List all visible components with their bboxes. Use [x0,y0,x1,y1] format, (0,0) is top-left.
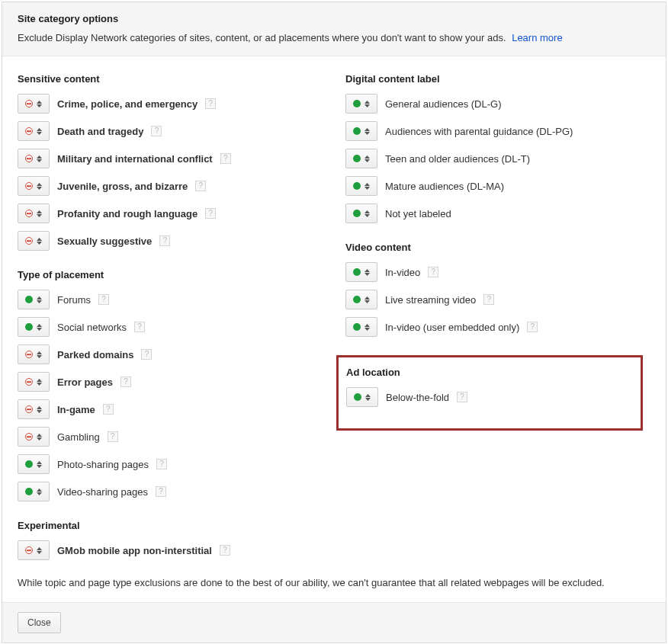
svg-marker-45 [365,328,370,331]
help-icon[interactable]: ? [457,392,467,402]
panel-header: Site category options Exclude Display Ne… [2,2,666,56]
status-toggle[interactable] [18,290,50,309]
help-icon[interactable]: ? [156,486,166,497]
svg-marker-43 [365,300,370,303]
sort-icon [37,238,42,245]
status-toggle[interactable] [345,149,377,168]
status-toggle[interactable] [18,427,50,447]
category-label: Error pages [57,376,113,388]
status-toggle[interactable] [345,290,377,309]
included-icon [353,100,361,107]
help-icon[interactable]: ? [205,98,216,109]
status-toggle[interactable] [346,387,378,407]
status-toggle[interactable] [18,176,50,196]
status-toggle[interactable] [18,149,50,168]
included-icon [353,296,361,303]
category-row: General audiences (DL-G) [345,94,650,114]
svg-marker-18 [37,379,42,382]
status-toggle[interactable] [345,317,377,337]
help-icon[interactable]: ? [156,459,167,469]
site-category-panel: Site category options Exclude Display Ne… [2,2,666,643]
svg-marker-47 [365,398,371,401]
included-icon [25,296,33,303]
category-row: Error pages? [18,372,323,392]
help-icon[interactable]: ? [205,208,216,219]
svg-marker-31 [365,104,370,107]
category-label: In-game [57,404,95,415]
svg-marker-2 [37,128,42,131]
category-row: Gambling? [18,427,323,447]
left-column: Sensitive content Crime, police, and eme… [18,69,323,568]
included-icon [353,127,361,135]
video-content-heading: Video content [345,242,650,253]
status-toggle[interactable] [18,231,50,251]
svg-marker-10 [37,238,42,241]
sort-icon [365,269,370,276]
status-toggle[interactable] [18,454,50,474]
status-toggle[interactable] [18,121,50,141]
svg-marker-29 [37,551,42,554]
category-label: Military and international conflict [57,153,213,165]
status-toggle[interactable] [345,203,377,223]
digital-content-list: General audiences (DL-G)Audiences with p… [345,94,650,223]
sort-icon [37,489,42,495]
status-toggle[interactable] [345,94,377,114]
svg-marker-9 [37,214,42,217]
digital-content-label-heading: Digital content label [345,73,650,85]
category-label: GMob mobile app non-interstitial [57,545,212,556]
svg-marker-22 [37,434,42,437]
status-toggle[interactable] [18,482,50,501]
excluded-icon [25,127,33,135]
help-icon[interactable]: ? [483,294,494,305]
ad-location-heading: Ad location [346,367,633,378]
help-icon[interactable]: ? [134,322,145,332]
learn-more-link[interactable]: Learn more [512,32,562,43]
help-icon[interactable]: ? [151,126,162,136]
status-toggle[interactable] [18,372,50,392]
category-label: Forums [57,294,91,306]
subtitle-text: Exclude Display Network categories of si… [18,32,506,43]
category-row: Military and international conflict? [18,149,323,168]
help-icon[interactable]: ? [120,376,131,387]
help-icon[interactable]: ? [428,267,438,277]
excluded-icon [25,351,33,358]
status-toggle[interactable] [18,317,50,337]
help-icon[interactable]: ? [103,404,114,415]
status-toggle[interactable] [18,94,50,114]
svg-marker-14 [37,324,42,327]
category-label: Parked domains [57,349,133,360]
help-icon[interactable]: ? [195,181,206,191]
sort-icon [37,379,42,386]
svg-marker-3 [37,132,42,135]
category-label: Teen and older audiences (DL-T) [385,153,530,165]
help-icon[interactable]: ? [527,322,538,332]
help-icon[interactable]: ? [220,153,231,164]
svg-marker-36 [365,183,370,186]
category-label: Audiences with parental guidance (DL-PG) [385,126,573,137]
status-toggle[interactable] [345,262,377,282]
help-icon[interactable]: ? [108,431,118,442]
category-label: General audiences (DL-G) [385,98,501,110]
category-label: Sexually suggestive [57,235,152,247]
help-icon[interactable]: ? [159,235,170,246]
status-toggle[interactable] [345,121,377,141]
experimental-list: GMob mobile app non-interstitial? [18,540,323,560]
help-icon[interactable]: ? [141,349,152,360]
help-icon[interactable]: ? [220,545,230,556]
status-toggle[interactable] [18,344,50,364]
status-toggle[interactable] [18,203,50,223]
help-icon[interactable]: ? [98,294,109,305]
svg-marker-12 [37,296,42,300]
status-toggle[interactable] [345,176,377,196]
close-button[interactable]: Close [18,612,61,633]
category-row: Teen and older audiences (DL-T) [345,149,650,168]
category-row: Crime, police, and emergency? [18,94,323,114]
status-toggle[interactable] [18,540,50,560]
sort-icon [365,183,370,190]
status-toggle[interactable] [18,399,50,419]
svg-marker-44 [365,324,370,327]
svg-marker-23 [37,437,42,441]
category-label: Profanity and rough language [57,208,198,219]
sort-icon [37,210,42,217]
included-icon [25,323,33,331]
